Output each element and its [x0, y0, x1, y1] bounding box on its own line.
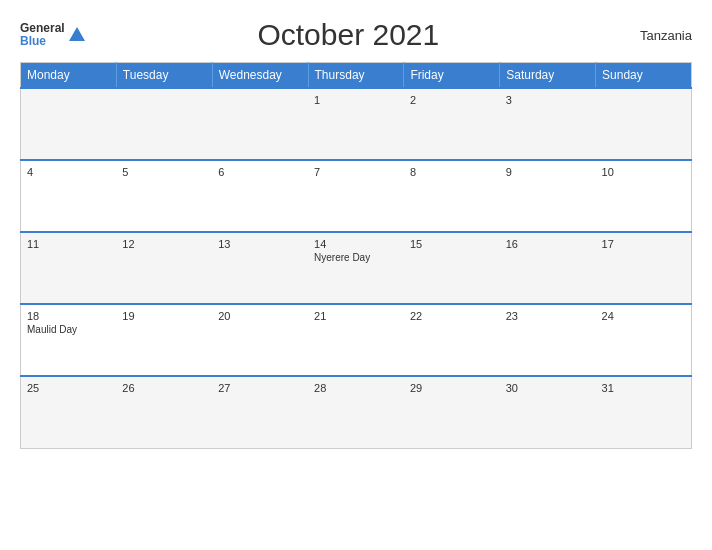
weekday-monday: Monday: [21, 63, 117, 89]
holiday-label: Nyerere Day: [314, 252, 398, 263]
day-number: 15: [410, 238, 494, 250]
calendar-week-row: 123: [21, 88, 692, 160]
logo-blue-text: Blue: [20, 35, 65, 48]
logo: General Blue: [20, 22, 85, 48]
header: General Blue October 2021 Tanzania: [20, 18, 692, 52]
calendar-cell: 5: [116, 160, 212, 232]
weekday-tuesday: Tuesday: [116, 63, 212, 89]
calendar-cell: 21: [308, 304, 404, 376]
weekday-row: Monday Tuesday Wednesday Thursday Friday…: [21, 63, 692, 89]
calendar-cell: 1: [308, 88, 404, 160]
calendar-cell: 29: [404, 376, 500, 448]
calendar-cell: 19: [116, 304, 212, 376]
calendar-cell: 6: [212, 160, 308, 232]
day-number: 23: [506, 310, 590, 322]
day-number: 28: [314, 382, 398, 394]
day-number: 19: [122, 310, 206, 322]
calendar-cell: 11: [21, 232, 117, 304]
calendar-cell: 30: [500, 376, 596, 448]
calendar-cell: 26: [116, 376, 212, 448]
calendar-body: 1234567891011121314Nyerere Day15161718Ma…: [21, 88, 692, 448]
calendar-cell: 22: [404, 304, 500, 376]
calendar-cell: 23: [500, 304, 596, 376]
day-number: 12: [122, 238, 206, 250]
day-number: 18: [27, 310, 110, 322]
calendar-cell: 31: [596, 376, 692, 448]
day-number: 2: [410, 94, 494, 106]
day-number: 13: [218, 238, 302, 250]
calendar-cell: 3: [500, 88, 596, 160]
day-number: 10: [602, 166, 685, 178]
day-number: 29: [410, 382, 494, 394]
calendar-cell: [21, 88, 117, 160]
calendar-title: October 2021: [85, 18, 612, 52]
day-number: 17: [602, 238, 685, 250]
day-number: 27: [218, 382, 302, 394]
weekday-thursday: Thursday: [308, 63, 404, 89]
logo-triangle-icon: [69, 27, 85, 41]
day-number: 20: [218, 310, 302, 322]
holiday-label: Maulid Day: [27, 324, 110, 335]
calendar-week-row: 45678910: [21, 160, 692, 232]
day-number: 7: [314, 166, 398, 178]
weekday-friday: Friday: [404, 63, 500, 89]
day-number: 1: [314, 94, 398, 106]
day-number: 11: [27, 238, 110, 250]
day-number: 26: [122, 382, 206, 394]
day-number: 5: [122, 166, 206, 178]
calendar-header: Monday Tuesday Wednesday Thursday Friday…: [21, 63, 692, 89]
calendar-week-row: 25262728293031: [21, 376, 692, 448]
calendar-cell: [116, 88, 212, 160]
calendar-cell: 25: [21, 376, 117, 448]
calendar-cell: 2: [404, 88, 500, 160]
calendar-table: Monday Tuesday Wednesday Thursday Friday…: [20, 62, 692, 449]
day-number: 9: [506, 166, 590, 178]
day-number: 30: [506, 382, 590, 394]
calendar-cell: 9: [500, 160, 596, 232]
day-number: 8: [410, 166, 494, 178]
calendar-week-row: 18Maulid Day192021222324: [21, 304, 692, 376]
calendar-week-row: 11121314Nyerere Day151617: [21, 232, 692, 304]
calendar-cell: 14Nyerere Day: [308, 232, 404, 304]
weekday-saturday: Saturday: [500, 63, 596, 89]
calendar-cell: [596, 88, 692, 160]
day-number: 6: [218, 166, 302, 178]
calendar-cell: 8: [404, 160, 500, 232]
day-number: 14: [314, 238, 398, 250]
day-number: 16: [506, 238, 590, 250]
calendar-cell: 20: [212, 304, 308, 376]
calendar-cell: 15: [404, 232, 500, 304]
day-number: 21: [314, 310, 398, 322]
calendar-cell: 17: [596, 232, 692, 304]
calendar-cell: 4: [21, 160, 117, 232]
day-number: 22: [410, 310, 494, 322]
country-label: Tanzania: [612, 28, 692, 43]
calendar-cell: 28: [308, 376, 404, 448]
weekday-sunday: Sunday: [596, 63, 692, 89]
logo-text: General Blue: [20, 22, 65, 48]
calendar-cell: 10: [596, 160, 692, 232]
weekday-wednesday: Wednesday: [212, 63, 308, 89]
day-number: 4: [27, 166, 110, 178]
page: General Blue October 2021 Tanzania Monda…: [0, 0, 712, 550]
calendar-cell: 13: [212, 232, 308, 304]
calendar-cell: 16: [500, 232, 596, 304]
day-number: 3: [506, 94, 590, 106]
calendar-cell: 7: [308, 160, 404, 232]
day-number: 31: [602, 382, 685, 394]
calendar-cell: 12: [116, 232, 212, 304]
calendar-cell: [212, 88, 308, 160]
day-number: 25: [27, 382, 110, 394]
calendar-cell: 18Maulid Day: [21, 304, 117, 376]
calendar-cell: 27: [212, 376, 308, 448]
day-number: 24: [602, 310, 685, 322]
calendar-cell: 24: [596, 304, 692, 376]
